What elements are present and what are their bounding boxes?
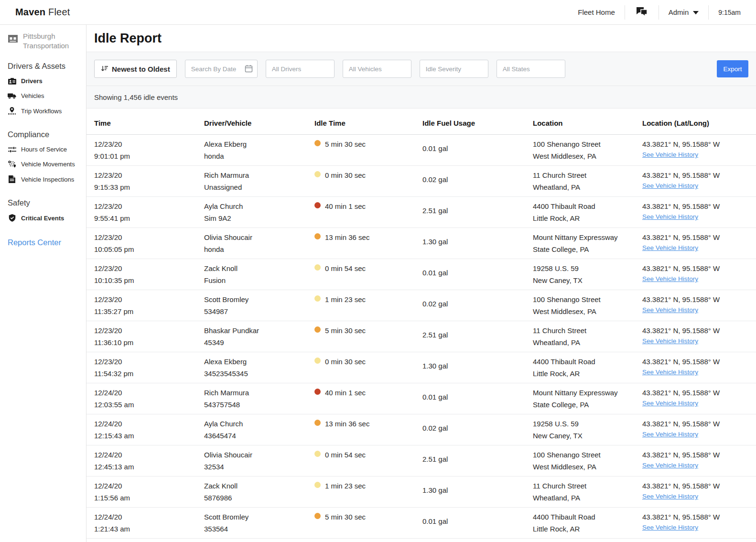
idle-severity-dot — [314, 202, 321, 208]
idle-time-cell: 13 min 36 sec — [314, 414, 422, 445]
top-bar: Maven Fleet Fleet Home Admin 9:15am — [0, 0, 756, 25]
see-vehicle-history-link[interactable]: See Vehicle History — [642, 338, 698, 345]
table-row: 12/23/20 9:01:01 pm Alexa Ekberg honda 5… — [86, 135, 756, 166]
location-address: 11 Church Street — [533, 482, 642, 489]
driver-name: Olivia Shoucair — [204, 234, 314, 241]
see-vehicle-history-link[interactable]: See Vehicle History — [642, 245, 698, 251]
messages-button[interactable] — [625, 6, 659, 19]
fuel-amount: 2.51 gal — [422, 331, 448, 339]
results-summary: Showing 1,456 idle events — [86, 86, 756, 108]
fuel-amount: 1.30 gal — [422, 486, 448, 494]
event-time: 11:54:32 pm — [94, 370, 204, 377]
search-by-date-input[interactable] — [185, 60, 258, 78]
location-city-state: Little Rock, AR — [533, 370, 642, 377]
table-row: 12/23/20 11:54:32 pm Alexa Ekberg 345235… — [86, 352, 756, 383]
fuel-amount: 0.01 gal — [422, 393, 448, 401]
idle-time-cell: 0 min 30 sec — [314, 166, 422, 196]
sidebar-item-drivers[interactable]: Drivers — [8, 74, 81, 88]
location-city-state: Wheatland, PA — [533, 494, 642, 501]
sidebar-item-vehicle-inspections[interactable]: Vehicle Inspections — [8, 172, 81, 187]
see-vehicle-history-link[interactable]: See Vehicle History — [642, 462, 698, 469]
idle-time-cell: 40 min 1 sec — [314, 383, 422, 414]
coordinates: 43.3821° N, 95.1588° W — [642, 513, 748, 520]
location-address: 4400 Thibault Road — [533, 358, 642, 365]
see-vehicle-history-link[interactable]: See Vehicle History — [642, 276, 698, 282]
driver-name: Rich Marmura — [204, 172, 314, 179]
idle-time-cell: 1 min 23 sec — [314, 290, 422, 321]
idle-duration: 40 min 1 sec — [325, 203, 366, 210]
sidebar-item-critical-events[interactable]: Critical Events — [8, 210, 81, 226]
column-header-latlong: Location (Lat/Long) — [642, 119, 748, 134]
all-drivers-filter[interactable] — [266, 60, 335, 78]
vehicle-name: honda — [204, 246, 314, 253]
all-vehicles-filter[interactable] — [343, 60, 411, 78]
vehicle-name: 353564 — [204, 525, 314, 532]
idle-time-cell: 5 min 30 sec — [314, 508, 422, 538]
column-header-idle-fuel-usage: Idle Fuel Usage — [422, 119, 533, 134]
see-vehicle-history-link[interactable]: See Vehicle History — [642, 214, 698, 220]
sidebar-item-trip-workflows[interactable]: Trip Workflows — [8, 103, 81, 119]
sidebar-item-vehicle-movements[interactable]: Vehicle Movements — [8, 157, 81, 172]
driver-vehicle-cell: Ayla Church 43645474 — [204, 414, 314, 445]
driver-vehicle-cell: Zack Knoll Fusion — [204, 259, 314, 290]
time-cell: 12/24/20 12:15:43 am — [94, 414, 204, 445]
location-address: 19258 U.S. 59 — [533, 265, 642, 272]
location-cell: 100 Shenango Street West Middlesex, PA — [533, 135, 642, 165]
sidebar-item-hours-of-service[interactable]: Hours of Service — [8, 142, 81, 157]
sidebar-item-vehicles[interactable]: Vehicles — [8, 88, 81, 103]
column-header-idle-time: Idle Time — [314, 119, 422, 134]
location-address: Mount Nittany Expressway — [533, 389, 642, 396]
see-vehicle-history-link[interactable]: See Vehicle History — [642, 524, 698, 531]
vehicle-name: Unassigned — [204, 184, 314, 191]
org-name: Pittsburgh Transportation — [23, 32, 81, 50]
event-time: 1:21:43 am — [94, 525, 204, 532]
location-city-state: State College, PA — [533, 401, 642, 408]
org-switcher[interactable]: Pittsburgh Transportation — [8, 32, 81, 50]
latlong-cell: 43.3821° N, 95.1588° W See Vehicle Histo… — [642, 445, 748, 476]
location-cell: 4400 Thibault Road Little Rock, AR — [533, 508, 642, 538]
sidebar-item-reports-center[interactable]: Reports Center — [8, 238, 81, 247]
all-states-filter[interactable] — [497, 60, 565, 78]
driver-vehicle-cell: Olivia Shoucair 32534 — [204, 445, 314, 476]
export-button[interactable]: Export — [717, 60, 748, 77]
latlong-cell: 43.3821° N, 95.1588° W See Vehicle Histo… — [642, 383, 748, 414]
idle-fuel-cell: 0.02 gal — [422, 290, 533, 321]
latlong-cell: 43.3821° N, 95.1588° W See Vehicle Histo… — [642, 228, 748, 259]
trip-pin-icon — [8, 107, 16, 115]
app-logo: Maven Fleet — [15, 7, 70, 18]
see-vehicle-history-link[interactable]: See Vehicle History — [642, 431, 698, 438]
latlong-cell: 43.3821° N, 95.1588° W See Vehicle Histo… — [642, 197, 748, 228]
time-cell: 12/23/20 10:10:35 pm — [94, 259, 204, 290]
see-vehicle-history-link[interactable]: See Vehicle History — [642, 307, 698, 314]
location-cell: 4400 Thibault Road Little Rock, AR — [533, 352, 642, 383]
column-header-location: Location — [533, 119, 642, 134]
fleet-home-link[interactable]: Fleet Home — [568, 5, 625, 20]
coordinates: 43.3821° N, 95.1588° W — [642, 358, 748, 365]
table-header-row: Time Driver/Vehicle Idle Time Idle Fuel … — [86, 108, 756, 135]
location-address: 19258 U.S. 59 — [533, 420, 642, 427]
driver-vehicle-cell: Scott Bromley 353564 — [204, 508, 314, 538]
see-vehicle-history-link[interactable]: See Vehicle History — [642, 400, 698, 407]
page-title: Idle Report — [94, 31, 162, 46]
event-date: 12/23/20 — [94, 265, 204, 272]
sort-order-button[interactable]: Newest to Oldest — [94, 60, 177, 78]
admin-menu[interactable]: Admin — [659, 5, 709, 20]
table-row: 12/23/20 9:15:33 pm Rich Marmura Unassig… — [86, 166, 756, 197]
latlong-cell: 43.3821° N, 95.1588° W See Vehicle Histo… — [642, 259, 748, 290]
idle-duration: 13 min 36 sec — [325, 234, 369, 241]
see-vehicle-history-link[interactable]: See Vehicle History — [642, 183, 698, 189]
sidebar: Pittsburgh Transportation Drivers & Asse… — [0, 25, 86, 542]
driver-vehicle-cell: Rich Marmura Unassigned — [204, 166, 314, 196]
driver-vehicle-cell: Olivia Shoucair honda — [204, 228, 314, 259]
see-vehicle-history-link[interactable]: See Vehicle History — [642, 369, 698, 376]
see-vehicle-history-link[interactable]: See Vehicle History — [642, 152, 698, 158]
see-vehicle-history-link[interactable]: See Vehicle History — [642, 493, 698, 500]
idle-duration: 1 min 23 sec — [325, 296, 366, 303]
coordinates: 43.3821° N, 95.1588° W — [642, 420, 748, 427]
driver-name: Alexa Ekberg — [204, 141, 314, 148]
page-header: Idle Report — [86, 25, 756, 52]
event-date: 12/23/20 — [94, 203, 204, 210]
location-cell: 4400 Thibault Road Little Rock, AR — [533, 197, 642, 228]
table-row: 12/23/20 11:35:27 pm Scott Bromley 53498… — [86, 290, 756, 321]
idle-severity-filter[interactable] — [420, 60, 488, 78]
